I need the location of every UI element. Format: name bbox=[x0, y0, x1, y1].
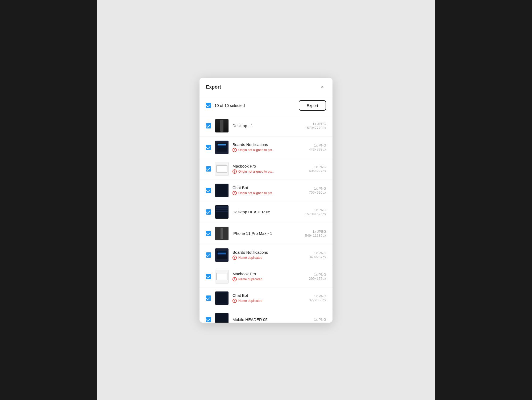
item-name-8: Macbook Pro bbox=[232, 272, 256, 276]
item-meta-7: 1x PNG 343×267px bbox=[309, 251, 326, 259]
item-meta-4: 1x PNG 756×695px bbox=[309, 186, 326, 194]
selection-count: 10 of 10 selected bbox=[214, 103, 245, 108]
item-checkbox-10[interactable] bbox=[206, 317, 211, 322]
warning-icon-3: ! bbox=[232, 169, 237, 174]
item-thumb-6 bbox=[215, 227, 229, 240]
item-format-5: 1x PNG bbox=[305, 208, 326, 212]
warning-icon-8: ! bbox=[232, 277, 237, 281]
item-size-2: 442×339px bbox=[309, 147, 326, 151]
item-size-8: 299×175px bbox=[309, 277, 326, 281]
warning-icon-9: ! bbox=[232, 299, 237, 303]
item-format-7: 1x PNG bbox=[309, 251, 326, 255]
warning-text-8: Name duplicated bbox=[238, 277, 262, 281]
items-list: Desktop - 1 1x JPEG 1579×7770px Boards N… bbox=[200, 115, 332, 323]
export-modal: Export × 10 of 10 selected Export Deskto… bbox=[200, 78, 332, 323]
warning-text-7: Name duplicated bbox=[238, 256, 262, 260]
list-item: Boards Notifications ! Name duplicated 1… bbox=[200, 244, 332, 266]
item-size-9: 377×355px bbox=[309, 298, 326, 302]
item-name-3: Macbook Pro bbox=[232, 164, 256, 168]
item-checkbox-6[interactable] bbox=[206, 231, 211, 236]
item-format-10: 1x PNG bbox=[314, 318, 326, 322]
list-item: Desktop - 1 1x JPEG 1579×7770px bbox=[200, 115, 332, 137]
warning-text-9: Name duplicated bbox=[238, 299, 262, 303]
item-name-7: Boards Notifications bbox=[232, 250, 268, 255]
item-size-4: 756×695px bbox=[309, 190, 326, 194]
item-name-2: Boards Notifications bbox=[232, 142, 268, 147]
item-checkbox-5[interactable] bbox=[206, 209, 211, 215]
item-info-3: Macbook Pro ! Origin not aligned to pix.… bbox=[232, 164, 305, 174]
item-info-1: Desktop - 1 bbox=[232, 123, 301, 128]
item-meta-6: 1x JPEG 549×11135px bbox=[305, 230, 326, 238]
item-checkbox-3[interactable] bbox=[206, 166, 211, 172]
item-info-9: Chat Bot ! Name duplicated bbox=[232, 293, 305, 303]
list-item: Macbook Pro ! Origin not aligned to pix.… bbox=[200, 158, 332, 180]
warning-icon-4: ! bbox=[232, 191, 237, 195]
item-thumb-8 bbox=[215, 270, 229, 284]
select-all-checkbox[interactable] bbox=[206, 103, 211, 108]
item-meta-8: 1x PNG 299×175px bbox=[309, 273, 326, 281]
list-item: Macbook Pro ! Name duplicated 1x PNG 299… bbox=[200, 266, 332, 288]
item-checkbox-7[interactable] bbox=[206, 252, 211, 258]
item-name-1: Desktop - 1 bbox=[232, 123, 253, 128]
item-format-1: 1x JPEG bbox=[305, 122, 326, 126]
page-background: Export × 10 of 10 selected Export Deskto… bbox=[97, 0, 435, 400]
item-meta-5: 1x PNG 1579×1675px bbox=[305, 208, 326, 216]
item-checkbox-8[interactable] bbox=[206, 274, 211, 279]
item-format-9: 1x PNG bbox=[309, 294, 326, 298]
selection-left: 10 of 10 selected bbox=[206, 103, 245, 108]
item-meta-1: 1x JPEG 1579×7770px bbox=[305, 122, 326, 130]
item-size-7: 343×267px bbox=[309, 255, 326, 259]
warning-icon-2: ! bbox=[232, 148, 237, 152]
item-checkbox-1[interactable] bbox=[206, 123, 211, 128]
warning-text-3: Origin not aligned to pix... bbox=[238, 170, 275, 173]
item-name-4: Chat Bot bbox=[232, 185, 248, 190]
item-warning-3: ! Origin not aligned to pix... bbox=[232, 169, 305, 174]
modal-header: Export × bbox=[200, 78, 332, 96]
item-format-2: 1x PNG bbox=[309, 143, 326, 147]
export-button[interactable]: Export bbox=[299, 100, 326, 111]
warning-text-4: Origin not aligned to pix... bbox=[238, 191, 275, 195]
item-checkbox-2[interactable] bbox=[206, 145, 211, 150]
item-info-8: Macbook Pro ! Name duplicated bbox=[232, 272, 305, 281]
item-format-6: 1x JPEG bbox=[305, 230, 326, 234]
list-item: Boards Notifications ! Origin not aligne… bbox=[200, 137, 332, 158]
item-thumb-1 bbox=[215, 119, 229, 133]
item-name-5: Desktop HEADER 05 bbox=[232, 210, 271, 214]
item-thumb-4 bbox=[215, 184, 229, 197]
close-button[interactable]: × bbox=[319, 84, 326, 91]
item-format-4: 1x PNG bbox=[309, 186, 326, 190]
item-thumb-10 bbox=[215, 313, 229, 323]
list-item: Mobile HEADER 05 1x PNG bbox=[200, 309, 332, 323]
list-item: Chat Bot ! Origin not aligned to pix... … bbox=[200, 180, 332, 201]
list-item: Chat Bot ! Name duplicated 1x PNG 377×35… bbox=[200, 288, 332, 309]
item-checkbox-4[interactable] bbox=[206, 188, 211, 193]
selection-bar: 10 of 10 selected Export bbox=[200, 96, 332, 115]
item-warning-9: ! Name duplicated bbox=[232, 299, 305, 303]
item-info-10: Mobile HEADER 05 bbox=[232, 317, 310, 322]
item-warning-8: ! Name duplicated bbox=[232, 277, 305, 281]
item-meta-10: 1x PNG bbox=[314, 318, 326, 322]
item-size-1: 1579×7770px bbox=[305, 126, 326, 130]
item-warning-7: ! Name duplicated bbox=[232, 256, 305, 260]
item-checkbox-9[interactable] bbox=[206, 295, 211, 301]
item-meta-2: 1x PNG 442×339px bbox=[309, 143, 326, 151]
item-size-6: 549×11135px bbox=[305, 234, 326, 238]
item-name-9: Chat Bot bbox=[232, 293, 248, 298]
item-warning-4: ! Origin not aligned to pix... bbox=[232, 191, 305, 195]
item-thumb-9 bbox=[215, 291, 229, 305]
modal-title: Export bbox=[206, 84, 221, 90]
item-info-2: Boards Notifications ! Origin not aligne… bbox=[232, 142, 305, 152]
item-info-5: Desktop HEADER 05 bbox=[232, 210, 301, 214]
item-meta-9: 1x PNG 377×355px bbox=[309, 294, 326, 302]
warning-text-2: Origin not aligned to pix... bbox=[238, 148, 275, 152]
item-thumb-5 bbox=[215, 205, 229, 219]
item-format-8: 1x PNG bbox=[309, 273, 326, 277]
item-name-6: iPhone 11 Pro Max - 1 bbox=[232, 231, 272, 236]
item-thumb-3 bbox=[215, 162, 229, 176]
item-size-5: 1579×1675px bbox=[305, 212, 326, 216]
item-thumb-7 bbox=[215, 248, 229, 262]
item-format-3: 1x PNG bbox=[309, 165, 326, 169]
warning-icon-7: ! bbox=[232, 256, 237, 260]
item-meta-3: 1x PNG 406×227px bbox=[309, 165, 326, 173]
list-item: iPhone 11 Pro Max - 1 1x JPEG 549×11135p… bbox=[200, 223, 332, 244]
